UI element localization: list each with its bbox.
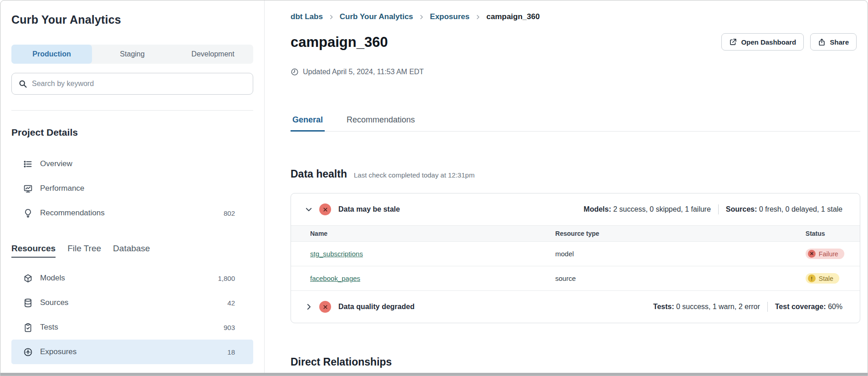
tab-file-tree[interactable]: File Tree <box>67 244 101 257</box>
window-bottom-edge <box>0 373 868 376</box>
stat-divider <box>718 204 719 214</box>
resource-view-tabs: Resources File Tree Database <box>11 244 253 258</box>
database-icon <box>23 298 33 308</box>
column-header-resource-type: Resource type <box>550 226 800 242</box>
table-header-row: Name Resource type Status <box>291 226 860 242</box>
sidebar-item-label: Recommendations <box>40 208 105 218</box>
app-window: Curb Your Analytics Production Staging D… <box>0 0 868 376</box>
models-stat-label: Models: <box>584 205 611 213</box>
stale-row-title: Data may be stale <box>338 205 400 213</box>
sidebar-item-sources[interactable]: Sources 42 <box>11 290 253 315</box>
breadcrumb: dbt Labs Curb Your Analytics Exposures c… <box>291 11 860 22</box>
chevron-right-icon <box>475 14 481 20</box>
status-badge-stale: ! Stale <box>806 273 839 284</box>
tab-database[interactable]: Database <box>113 244 150 257</box>
external-link-icon <box>729 38 737 46</box>
environment-tabs: Production Staging Development <box>11 45 253 64</box>
quality-summary-row: Data quality degraded Tests: 0 success, … <box>291 290 860 323</box>
search-input[interactable] <box>32 80 246 88</box>
x-circle-icon: ✕ <box>808 250 816 258</box>
cube-icon <box>23 273 33 283</box>
sidebar-item-recommendations[interactable]: Recommendations 802 <box>11 201 253 225</box>
data-health-card: Data may be stale Models: 2 success, 0 s… <box>291 193 860 323</box>
sidebar-item-count: 42 <box>227 299 235 307</box>
chevron-down-icon[interactable] <box>305 205 313 213</box>
chevron-right-icon <box>419 14 424 20</box>
gauge-icon <box>23 347 33 357</box>
sidebar-item-exposures[interactable]: Exposures 18 <box>11 340 253 364</box>
breadcrumb-project[interactable]: Curb Your Analytics <box>340 11 413 22</box>
resource-type: source <box>555 274 576 282</box>
quality-row-title: Data quality degraded <box>338 303 414 311</box>
tab-resources[interactable]: Resources <box>11 244 56 258</box>
stale-summary-row: Data may be stale Models: 2 success, 0 s… <box>291 193 860 225</box>
env-tab-production[interactable]: Production <box>11 45 92 64</box>
sidebar: Curb Your Analytics Production Staging D… <box>0 0 265 376</box>
stale-row-stats: Models: 2 success, 0 skipped, 1 failure … <box>584 204 842 214</box>
quality-row-stats: Tests: 0 success, 1 warn, 2 error Test c… <box>653 302 842 312</box>
search-icon <box>18 79 27 88</box>
stat-divider <box>767 302 768 312</box>
resource-type: model <box>555 250 574 258</box>
sidebar-item-performance[interactable]: Performance <box>11 176 253 201</box>
resource-link-facebook-pages[interactable]: facebook_pages <box>310 274 360 282</box>
sidebar-item-count: 802 <box>224 209 235 217</box>
sources-stat-value: 0 fresh, 0 delayed, 1 stale <box>759 205 842 213</box>
sidebar-item-label: Sources <box>40 298 68 307</box>
data-health-heading-row: Data health Last check completed today a… <box>291 168 860 180</box>
resource-link-stg-subscriptions[interactable]: stg_subscriptions <box>310 250 363 258</box>
sidebar-item-label: Models <box>40 274 65 283</box>
page-title: campaign_360 <box>291 33 388 51</box>
sidebar-item-count: 18 <box>227 348 235 356</box>
status-label: Stale <box>819 275 833 282</box>
coverage-stat-value: 60% <box>828 303 842 310</box>
clipboard-check-icon <box>23 322 33 332</box>
env-tab-staging[interactable]: Staging <box>92 45 173 64</box>
health-resources-table: Name Resource type Status stg_subscripti… <box>291 225 860 290</box>
title-row: campaign_360 Open Dashboard <box>291 33 860 51</box>
updated-row: Updated April 5, 2024, 11:53 AM EDT <box>291 67 860 77</box>
breadcrumb-dbt-labs[interactable]: dbt Labs <box>291 11 323 22</box>
share-icon <box>818 38 826 46</box>
sources-stat-label: Sources: <box>726 205 757 213</box>
search-box[interactable] <box>11 73 253 95</box>
table-row: facebook_pages source ! Stale <box>291 266 860 291</box>
sidebar-item-tests[interactable]: Tests 903 <box>11 315 253 340</box>
open-dashboard-label: Open Dashboard <box>741 38 796 46</box>
sidebar-divider <box>11 110 253 111</box>
project-name-title: Curb Your Analytics <box>11 13 253 26</box>
last-check-text: Last check completed today at 12:31pm <box>354 171 475 179</box>
detail-tabs: General Recommendations <box>291 115 860 132</box>
x-circle-icon <box>319 301 331 313</box>
status-badge-failure: ✕ Failure <box>806 249 844 259</box>
sidebar-item-label: Performance <box>40 184 84 193</box>
breadcrumb-current: campaign_360 <box>486 11 540 22</box>
project-details-heading: Project Details <box>11 127 253 138</box>
env-tab-development[interactable]: Development <box>173 45 253 64</box>
models-stat-value: 2 success, 0 skipped, 1 failure <box>613 205 711 213</box>
sidebar-item-label: Exposures <box>40 347 77 356</box>
sidebar-item-label: Overview <box>40 159 72 168</box>
list-icon <box>23 159 33 169</box>
breadcrumb-exposures[interactable]: Exposures <box>430 11 470 22</box>
status-label: Failure <box>819 250 838 258</box>
tests-stat-label: Tests: <box>653 303 674 310</box>
x-circle-icon <box>319 203 331 215</box>
performance-monitor-icon <box>23 183 33 193</box>
sidebar-item-label: Tests <box>40 323 58 332</box>
sidebar-item-overview[interactable]: Overview <box>11 152 253 176</box>
column-header-status: Status <box>800 226 860 242</box>
column-header-name: Name <box>291 226 550 242</box>
sidebar-item-models[interactable]: Models 1,800 <box>11 266 253 290</box>
tab-recommendations[interactable]: Recommendations <box>345 115 417 132</box>
data-health-heading: Data health <box>291 168 347 180</box>
tab-general[interactable]: General <box>291 115 325 132</box>
clock-icon <box>291 68 299 76</box>
sidebar-item-count: 1,800 <box>218 274 235 282</box>
share-button[interactable]: Share <box>810 33 857 51</box>
open-dashboard-button[interactable]: Open Dashboard <box>721 33 804 51</box>
chevron-right-icon[interactable] <box>305 303 313 311</box>
title-actions: Open Dashboard Share <box>721 33 857 51</box>
exclamation-icon: ! <box>808 274 816 282</box>
main-content: dbt Labs Curb Your Analytics Exposures c… <box>265 0 868 376</box>
